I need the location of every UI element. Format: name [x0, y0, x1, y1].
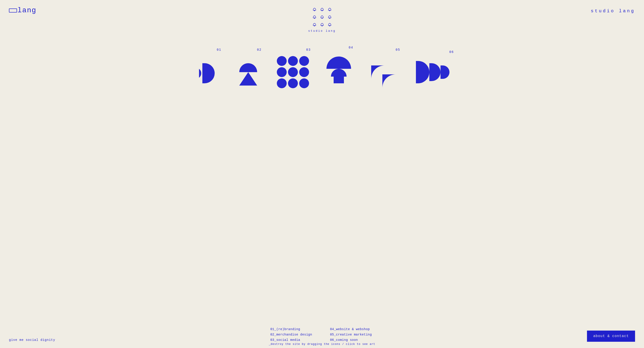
mushroom-icon: [319, 21, 325, 28]
footer-link-02[interactable]: 02_merchandise design: [270, 333, 312, 336]
shape-svg-04: [324, 52, 353, 92]
footer-link-04[interactable]: 04_website & webshop: [330, 328, 372, 331]
svg-point-28: [299, 78, 309, 88]
mushroom-icon: [326, 14, 333, 20]
footer: give me social dignity 01_(re)branding 0…: [0, 321, 644, 348]
footer-link-06[interactable]: 06_coming soon: [330, 338, 372, 342]
svg-marker-19: [239, 72, 257, 86]
logo-right: studio lang: [591, 6, 635, 14]
footer-link-03[interactable]: 03_social media: [270, 338, 312, 342]
footer-link-01[interactable]: 01_(re)branding: [270, 328, 312, 331]
svg-point-27: [288, 78, 298, 88]
svg-point-21: [288, 56, 298, 66]
svg-point-20: [277, 56, 287, 66]
shape-item-03[interactable]: 03: [275, 48, 311, 90]
mushroom-grid: [311, 6, 333, 28]
shape-number-06: 06: [449, 50, 454, 54]
footer-links: 01_(re)branding 02_merchandise design 03…: [270, 328, 372, 342]
shape-svg-02: [235, 54, 262, 90]
logo-text: lang: [18, 6, 36, 14]
about-contact-button[interactable]: about & contact: [587, 331, 635, 342]
footer-tagline: give me social dignity: [9, 338, 55, 342]
mushroom-icon: [311, 14, 318, 20]
shape-number-01: 01: [217, 48, 222, 52]
shape-svg-03: [275, 54, 311, 90]
logo-center-text: studio lang: [308, 29, 336, 33]
shape-item-05[interactable]: 05: [367, 48, 400, 90]
shape-svg-06: [414, 56, 454, 88]
shape-item-04[interactable]: 04: [324, 46, 353, 92]
shape-item-06[interactable]: 06: [414, 50, 454, 88]
shape-number-02: 02: [257, 48, 262, 52]
shape-svg-05: [367, 54, 400, 90]
svg-rect-32: [440, 65, 443, 79]
logo-center: studio lang: [308, 6, 336, 33]
svg-rect-30: [416, 61, 418, 83]
shape-number-03: 03: [306, 48, 311, 52]
mushroom-icon: [319, 6, 325, 12]
svg-point-26: [277, 78, 287, 88]
mushroom-icon: [311, 21, 318, 28]
shapes-area: 01 02 03: [0, 28, 644, 106]
svg-point-23: [277, 67, 287, 77]
shape-number-05: 05: [396, 48, 400, 52]
logo-bracket-icon: [9, 8, 17, 12]
footer-col-2: 04_website & webshop 05_creative marketi…: [330, 328, 372, 342]
shape-svg-01: [190, 54, 222, 90]
shape-item-01[interactable]: 01: [190, 48, 222, 90]
mushroom-icon: [319, 14, 325, 20]
footer-link-05[interactable]: 05_creative marketing: [330, 333, 372, 336]
mushroom-icon: [326, 21, 333, 28]
shape-number-04: 04: [348, 46, 353, 49]
footer-bottom-text: _destroy the site by dragging the icons …: [269, 343, 375, 346]
footer-col-1: 01_(re)branding 02_merchandise design 03…: [270, 328, 312, 342]
svg-rect-29: [334, 77, 344, 83]
svg-point-22: [299, 56, 309, 66]
shape-item-02[interactable]: 02: [235, 48, 262, 90]
svg-point-24: [288, 67, 298, 77]
mushroom-icon: [326, 6, 333, 12]
svg-rect-31: [429, 63, 432, 81]
header: lang: [0, 0, 644, 14]
svg-point-25: [299, 67, 309, 77]
mushroom-icon: [311, 6, 318, 12]
svg-rect-18: [202, 63, 204, 83]
logo-left[interactable]: lang: [9, 6, 36, 14]
